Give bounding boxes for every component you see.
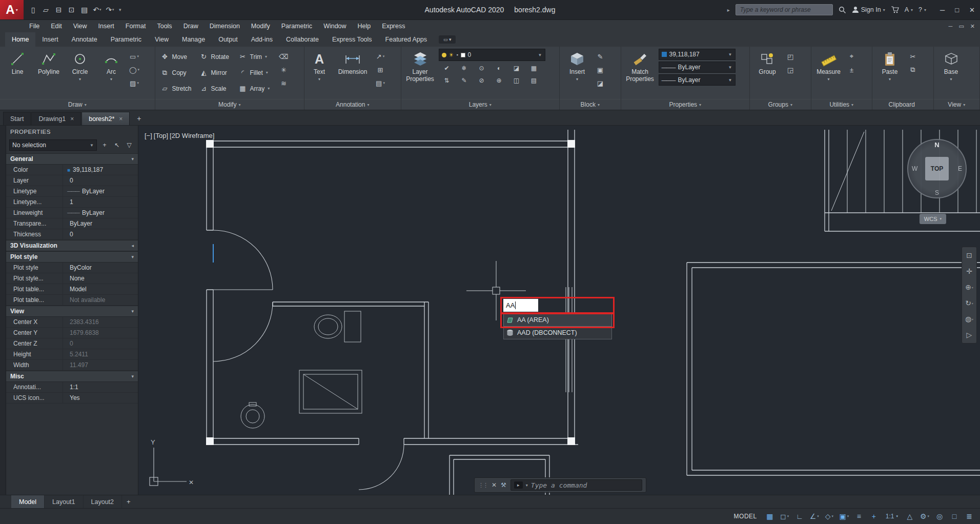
section-view[interactable]: View▾ — [6, 306, 138, 317]
suggestion-aa-area[interactable]: AA (AREA) — [504, 313, 611, 326]
palette-titlebar[interactable] — [0, 126, 6, 495]
block-panel-label[interactable]: Block — [560, 99, 621, 110]
doc-minimize-button[interactable]: ─ — [949, 23, 953, 30]
sign-in-button[interactable]: Sign In▾ — [852, 6, 885, 13]
draw-panel-label[interactable]: Draw — [0, 99, 155, 110]
application-menu-button[interactable]: A▾ — [0, 0, 24, 19]
prop-plot-style[interactable]: Plot style ByColor — [6, 263, 138, 273]
linetype-dropdown[interactable]: ——— ByLayer ▼ — [659, 74, 736, 86]
prop-height[interactable]: Height 5.2411 — [6, 349, 138, 360]
search-input[interactable] — [736, 4, 833, 15]
mirror-button[interactable]: ◭Mirror — [197, 69, 236, 76]
dynamic-input-toggle[interactable]: + — [867, 510, 881, 522]
tab-express-tools[interactable]: Express Tools — [325, 32, 379, 47]
annotation-panel-label[interactable]: Annotation — [304, 99, 401, 110]
block-editor-button[interactable]: ◪ — [594, 77, 606, 89]
ribbon-display-toggle[interactable]: ▭ ▾ — [439, 35, 456, 44]
file-tab-drawing1[interactable]: Drawing1 × — [31, 112, 81, 125]
measure-button[interactable]: Measure — [814, 49, 843, 82]
prop-annotation-scale[interactable]: Annotati... 1:1 — [6, 382, 138, 393]
pickadd-toggle-button[interactable]: + — [99, 139, 110, 151]
explode-button[interactable]: ✳ — [278, 64, 290, 75]
navbar-orbit-button[interactable]: ↻ — [963, 297, 975, 309]
group-button[interactable]: Group — [753, 49, 782, 76]
layout1-tab[interactable]: Layout1 — [45, 495, 83, 508]
section-misc[interactable]: Misc▾ — [6, 371, 138, 382]
menu-item[interactable]: Edit — [45, 23, 68, 30]
file-tab-boresh2[interactable]: boresh2* × — [81, 112, 130, 125]
table-button[interactable]: ⊞ — [374, 64, 386, 75]
prop-ucs-icon[interactable]: UCS icon... Yes — [6, 393, 138, 404]
model-space-label[interactable]: MODEL — [734, 513, 757, 520]
layer-merge-button[interactable]: ◫ — [508, 75, 525, 86]
polyline-button[interactable]: Polyline — [34, 49, 63, 76]
tab-parametric[interactable]: Parametric — [104, 32, 148, 47]
compass-west-label[interactable]: W — [912, 165, 917, 172]
open-file-button[interactable]: ▱ — [39, 3, 52, 16]
help-button[interactable]: ?▾ — [918, 6, 926, 13]
prop-color[interactable]: Color ■39,118,187 — [6, 165, 138, 175]
layer-dropdown[interactable]: ☀ ▪ 0 ▼ — [439, 49, 545, 61]
trim-button[interactable]: ✂Trim — [236, 53, 275, 61]
redo-button[interactable]: ↷ — [104, 3, 116, 16]
workspace-switching-button[interactable]: ⚙ — [918, 510, 931, 522]
copy-button[interactable]: ⧉Copy — [158, 69, 197, 77]
stretch-button[interactable]: ▱Stretch — [158, 85, 197, 92]
layer-on-button[interactable]: ⊕ — [491, 75, 507, 86]
tab-add-ins[interactable]: Add-ins — [244, 32, 279, 47]
snap-toggle[interactable]: ◻ — [778, 510, 791, 522]
ungroup-button[interactable]: ◰ — [784, 51, 797, 62]
menu-item[interactable]: Insert — [93, 23, 120, 30]
qat-customize-button[interactable]: ▾ — [116, 7, 124, 12]
quick-select-button[interactable]: ▽ — [124, 139, 135, 151]
layer-properties-button[interactable]: Layer Properties — [404, 49, 436, 83]
paste-button[interactable]: Paste — [875, 49, 904, 82]
tab-featured-apps[interactable]: Featured Apps — [379, 32, 434, 47]
annotation-scale-button[interactable]: 1:1▾ — [882, 513, 902, 520]
suggestion-aad-dbconnect[interactable]: AAD (DBCONNECT) — [504, 326, 611, 339]
prop-transparency[interactable]: Transpare... ByLayer — [6, 218, 138, 229]
command-input[interactable]: AA — [503, 299, 538, 312]
navbar-pan-button[interactable]: ✛ — [963, 265, 975, 277]
maximize-button[interactable]: □ — [955, 6, 959, 14]
tab-output[interactable]: Output — [212, 32, 244, 47]
prop-linetype[interactable]: Linetype ———ByLayer — [6, 186, 138, 197]
layer-walk-button[interactable]: ▤ — [526, 75, 542, 86]
tab-collaborate[interactable]: Collaborate — [279, 32, 325, 47]
offset-button[interactable]: ≋ — [278, 77, 290, 89]
leader-button[interactable]: ↗ — [374, 51, 386, 62]
lineweight-toggle[interactable]: ≡ — [852, 510, 866, 522]
text-button[interactable]: A Text — [308, 49, 331, 82]
prop-center-y[interactable]: Center Y 1679.6838 — [6, 328, 138, 338]
tab-insert[interactable]: Insert — [35, 32, 65, 47]
ortho-toggle[interactable]: ∟ — [793, 510, 806, 522]
section-general[interactable]: General▾ — [6, 153, 138, 165]
prop-thickness[interactable]: Thickness 0 — [6, 229, 138, 240]
navbar-fullscreen-button[interactable]: ⊡ — [963, 249, 975, 261]
tab-annotate[interactable]: Annotate — [65, 32, 104, 47]
drag-handle-icon[interactable]: ⋮⋮ — [478, 482, 487, 489]
compass-east-label[interactable]: E — [958, 165, 962, 172]
object-color-dropdown[interactable]: 39,118,187 ▼ — [659, 49, 736, 60]
match-properties-button[interactable]: Match Properties — [624, 49, 656, 83]
model-tab[interactable]: Model — [11, 495, 45, 508]
select-objects-button[interactable]: ↖ — [111, 139, 122, 151]
fillet-button[interactable]: ◜Fillet — [236, 69, 275, 76]
quick-calc-button[interactable]: ± — [846, 64, 858, 75]
new-file-button[interactable]: ▯ — [27, 3, 39, 16]
cut-clip-button[interactable]: ✂ — [907, 51, 919, 62]
properties-panel-label[interactable]: Properties — [621, 99, 750, 110]
prop-layer[interactable]: Layer 0 — [6, 175, 138, 186]
object-snap-toggle[interactable]: ▣ — [838, 510, 851, 522]
drawing-viewport[interactable]: Y ✕ [−][Top][2D Wireframe] N W E S TOP W… — [138, 126, 980, 495]
new-layout-button[interactable]: + — [127, 498, 131, 506]
command-line-input[interactable]: ▸ ▾ Type a command — [511, 479, 642, 491]
erase-button[interactable]: ⌫ — [278, 51, 290, 62]
circle-button[interactable]: Circle — [66, 49, 94, 82]
viewport-control[interactable]: [−] — [145, 132, 152, 139]
navbar-steering-wheel-button[interactable]: ◍ — [963, 313, 975, 325]
section-plot-style[interactable]: Plot style▾ — [6, 251, 138, 263]
prop-width[interactable]: Width 11.497 — [6, 360, 138, 371]
doc-restore-button[interactable]: ▭ — [958, 23, 964, 30]
save-as-button[interactable]: ⊡ — [65, 3, 78, 16]
